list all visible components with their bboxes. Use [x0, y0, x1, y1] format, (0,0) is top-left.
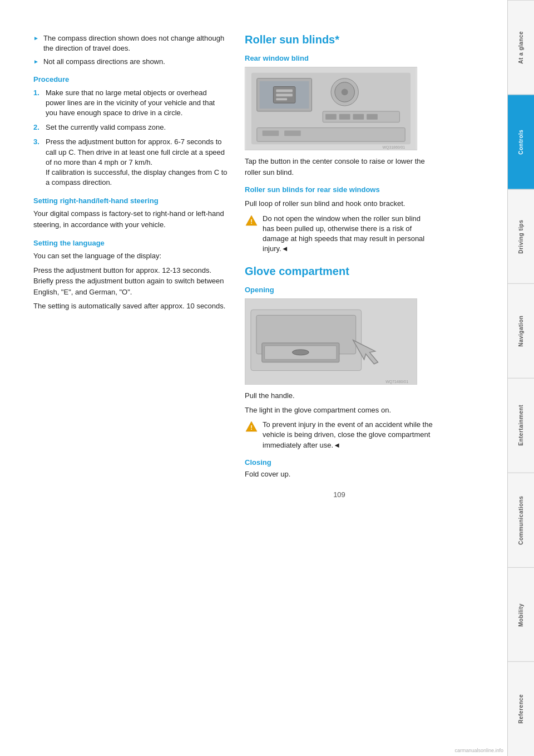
bullet-text-2: Not all compass directions are shown. [43, 57, 165, 67]
procedure-list: 1. Make sure that no large metal objects… [33, 88, 228, 188]
setting-language-text2: Press the adjustment button for approx. … [33, 265, 228, 298]
sidebar-tab-entertainment[interactable]: Entertainment [508, 378, 534, 473]
step-3-text: Press the adjustment button for approx. … [46, 137, 228, 188]
setting-language-heading: Setting the language [33, 239, 228, 247]
setting-steering-text: Your digital compass is factory-set to r… [33, 208, 228, 230]
step-1-text: Make sure that no large metal objects or… [46, 88, 228, 119]
left-column: ► The compass direction shown does not c… [33, 33, 245, 723]
glove-warning-icon: ! [245, 420, 258, 434]
sidebar-tab-mobility[interactable]: Mobility [508, 567, 534, 662]
svg-text:WQ31860/01: WQ31860/01 [383, 145, 406, 150]
rear-window-blind-desc: Tap the button in the center console to … [245, 156, 434, 178]
glove-compartment-title: Glove compartment [245, 265, 434, 278]
roller-blinds-title: Roller sun blinds* [245, 33, 434, 46]
svg-rect-15 [367, 114, 378, 120]
glove-warning-text: To prevent injury in the event of an acc… [263, 420, 434, 450]
setting-language-text3: The setting is automatically saved after… [33, 301, 228, 312]
bullet-arrow-1: ► [33, 35, 39, 53]
svg-rect-7 [276, 98, 287, 100]
svg-rect-6 [276, 94, 293, 96]
svg-rect-12 [325, 114, 337, 120]
main-content: ► The compass direction shown does not c… [0, 0, 507, 756]
setting-steering-heading: Setting right-hand/left-hand steering [33, 197, 228, 205]
roller-warning: ! Do not open the window when the roller… [245, 214, 434, 254]
opening-text1: Pull the handle. [245, 390, 434, 401]
svg-text:WQ71480/01: WQ71480/01 [385, 380, 408, 384]
rear-side-heading: Roller sun blinds for rear side windows [245, 185, 434, 194]
sidebar: At a glance Controls Driving tips Naviga… [507, 0, 534, 756]
setting-language-text1: You can set the language of the display: [33, 251, 228, 262]
glove-opening-image: WQ71480/01 [245, 298, 417, 385]
rear-window-blind-heading: Rear window blind [245, 54, 434, 62]
rear-window-blind-image: WQ31860/01 [245, 67, 417, 150]
closing-label: Closing [245, 458, 434, 467]
svg-point-10 [342, 89, 348, 95]
page-number: 109 [245, 490, 434, 499]
rear-side-text: Pull loop of roller sun blind and hook o… [245, 198, 434, 209]
page-wrapper: ► The compass direction shown does not c… [0, 0, 534, 756]
sidebar-tab-navigation[interactable]: Navigation [508, 283, 534, 378]
sidebar-tab-reference[interactable]: Reference [508, 661, 534, 756]
svg-point-27 [292, 350, 309, 355]
bullet-1: ► The compass direction shown does not c… [33, 33, 228, 53]
step-1: 1. Make sure that no large metal objects… [33, 88, 228, 119]
closing-text: Fold cover up. [245, 469, 434, 480]
glove-warning: ! To prevent injury in the event of an a… [245, 420, 434, 450]
sidebar-tab-driving-tips[interactable]: Driving tips [508, 189, 534, 284]
opening-text2: The light in the glove compartment comes… [245, 405, 434, 416]
opening-heading: Opening [245, 286, 434, 294]
svg-text:!: ! [250, 218, 253, 225]
procedure-label: Procedure [33, 75, 228, 84]
svg-rect-5 [276, 89, 293, 92]
watermark: carmanualsonline.info [454, 748, 503, 753]
sidebar-tab-at-a-glance[interactable]: At a glance [508, 0, 534, 95]
bullet-arrow-2: ► [33, 58, 39, 67]
svg-text:!: ! [250, 424, 253, 431]
bullet-text-1: The compass direction shown does not cha… [43, 33, 228, 53]
bullet-2: ► Not all compass directions are shown. [33, 57, 228, 67]
svg-rect-13 [339, 114, 350, 120]
svg-rect-16 [257, 128, 405, 142]
svg-rect-17 [263, 130, 279, 136]
right-column: Roller sun blinds* Rear window blind [245, 33, 445, 723]
sidebar-tab-controls[interactable]: Controls [508, 95, 534, 189]
svg-rect-18 [284, 130, 301, 136]
sidebar-tab-communications[interactable]: Communications [508, 473, 534, 567]
roller-warning-text: Do not open the window when the roller s… [263, 214, 434, 254]
svg-rect-14 [353, 114, 364, 120]
step-3: 3. Press the adjustment button for appro… [33, 137, 228, 188]
step-2-text: Set the currently valid compass zone. [46, 122, 166, 132]
step-2: 2. Set the currently valid compass zone. [33, 122, 228, 132]
warning-icon: ! [245, 214, 258, 228]
